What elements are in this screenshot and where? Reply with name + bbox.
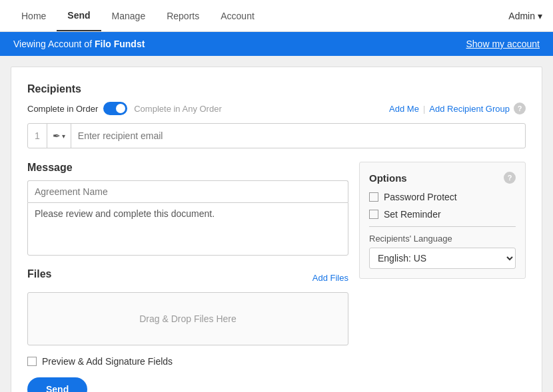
admin-menu[interactable]: Admin ▾: [508, 11, 542, 21]
message-body-textarea[interactable]: [27, 202, 348, 256]
add-me-link[interactable]: Add Me: [389, 104, 419, 114]
drop-zone-label: Drag & Drop Files Here: [139, 313, 237, 324]
toggle-track: [103, 102, 127, 115]
toggle-thumb: [116, 104, 125, 113]
pen-icon: ✒: [53, 130, 61, 141]
agreement-name-input[interactable]: [27, 180, 348, 202]
password-protect-checkbox[interactable]: [369, 192, 378, 202]
set-reminder-checkbox[interactable]: [369, 210, 378, 219]
files-header: Files Add Files: [27, 268, 348, 287]
options-header: Options ?: [369, 172, 516, 184]
banner-title: Viewing Account of Filo Fundst: [13, 39, 145, 49]
nav-items: Home Send Manage Reports Account: [11, 1, 508, 31]
recipients-controls: Complete in Order Complete in Any Order …: [27, 102, 526, 115]
separator: |: [423, 104, 425, 114]
send-button[interactable]: Send: [27, 377, 87, 392]
options-panel: Options ? Password Protect Set Reminder …: [359, 162, 526, 279]
account-name: Filo Fundst: [95, 39, 145, 49]
options-title: Options: [369, 172, 407, 184]
nav-item-home[interactable]: Home: [11, 1, 57, 31]
chevron-down-icon: ▾: [62, 132, 65, 140]
left-column: Message Files Add Files Drag & Drop File…: [27, 162, 348, 345]
options-divider: [369, 226, 516, 227]
recipient-type-icon[interactable]: ✒ ▾: [47, 124, 71, 148]
preview-checkbox[interactable]: [27, 357, 37, 366]
password-protect-row: Password Protect: [369, 192, 516, 202]
recipient-input-row: 1 ✒ ▾: [27, 123, 526, 148]
nav-item-manage[interactable]: Manage: [101, 1, 157, 31]
nav-item-send[interactable]: Send: [57, 1, 101, 31]
recipient-email-input[interactable]: [71, 130, 525, 141]
preview-label: Preview & Add Signature Fields: [42, 356, 173, 367]
recipients-title: Recipients: [27, 83, 526, 95]
add-files-link[interactable]: Add Files: [312, 273, 348, 283]
set-reminder-row: Set Reminder: [369, 209, 516, 220]
main-content: Recipients Complete in Order Complete in…: [11, 67, 542, 392]
complete-in-order-label: Complete in Order: [27, 104, 98, 114]
message-title: Message: [27, 162, 348, 174]
add-recipient-group-link[interactable]: Add Recipient Group: [429, 104, 510, 114]
drop-zone[interactable]: Drag & Drop Files Here: [27, 292, 348, 345]
password-protect-label: Password Protect: [384, 192, 457, 202]
admin-label: Admin: [508, 11, 535, 21]
recipients-language-label: Recipients' Language: [369, 234, 516, 244]
account-banner: Viewing Account of Filo Fundst Show my a…: [0, 32, 553, 56]
admin-arrow-icon: ▾: [538, 11, 542, 21]
nav-item-account[interactable]: Account: [210, 1, 265, 31]
complete-order-toggle[interactable]: [103, 102, 127, 115]
complete-any-order-label: Complete in Any Order: [134, 104, 222, 114]
files-title: Files: [27, 268, 51, 280]
recipients-help-icon[interactable]: ?: [514, 102, 526, 114]
nav-item-reports[interactable]: Reports: [156, 1, 210, 31]
options-help-icon[interactable]: ?: [504, 172, 516, 184]
show-my-account-link[interactable]: Show my account: [466, 39, 540, 49]
preview-row: Preview & Add Signature Fields: [27, 356, 526, 367]
nav-bar: Home Send Manage Reports Account Admin ▾: [0, 0, 553, 32]
language-select[interactable]: English: US French German Spanish: [369, 248, 516, 269]
set-reminder-label: Set Reminder: [384, 209, 441, 220]
message-options-row: Message Files Add Files Drag & Drop File…: [27, 162, 526, 345]
recipient-number: 1: [28, 124, 47, 148]
right-column: Options ? Password Protect Set Reminder …: [359, 162, 526, 345]
